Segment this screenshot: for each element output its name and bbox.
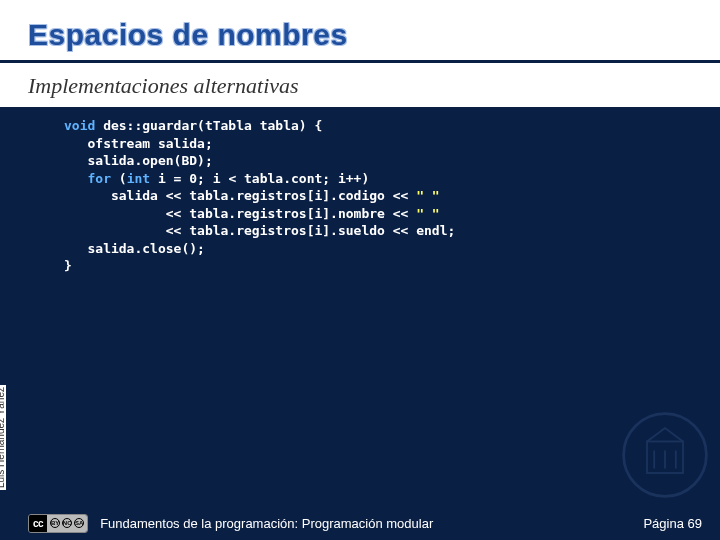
author-label: Luis Hernández Yáñez	[0, 385, 6, 490]
code-content: void des::guardar(tTabla tabla) { ofstre…	[64, 117, 720, 275]
cc-license-badge: cc BY NC SA	[28, 514, 88, 533]
footer: cc BY NC SA Fundamentos de la programaci…	[0, 506, 720, 540]
cc-nc-icon: NC	[62, 518, 72, 528]
page-title: Espacios de nombres	[28, 18, 720, 52]
footer-text: Fundamentos de la programación: Programa…	[100, 516, 643, 531]
subheader: Implementaciones alternativas	[0, 63, 720, 107]
cc-by-icon: BY	[50, 518, 60, 528]
subtitle: Implementaciones alternativas	[28, 73, 720, 99]
code-block: void des::guardar(tTabla tabla) { ofstre…	[0, 107, 720, 275]
cc-terms: BY NC SA	[47, 515, 87, 532]
page-number: Página 69	[643, 516, 702, 531]
header: Espacios de nombres	[0, 0, 720, 63]
cc-sa-icon: SA	[74, 518, 84, 528]
institution-seal-icon	[620, 410, 710, 500]
cc-icon: cc	[29, 515, 47, 532]
